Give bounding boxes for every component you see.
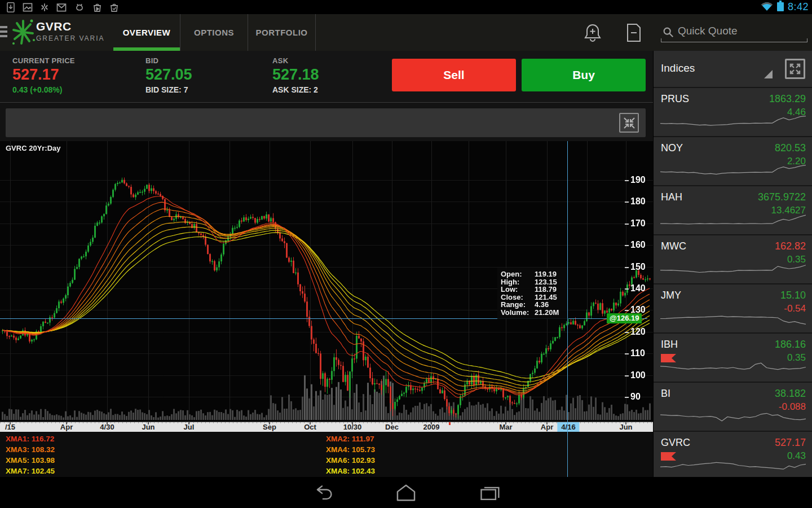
xma-value-label: XMA7: 102.45	[6, 466, 55, 476]
alert-add-icon[interactable]	[584, 23, 602, 45]
index-value: 186.16	[775, 339, 806, 351]
y-axis-tick: 190	[630, 175, 646, 185]
index-symbol: PRUS	[661, 93, 689, 105]
tab-bar: OVERVIEW OPTIONS PORTFOLIO	[113, 14, 316, 51]
index-symbol: GVRC	[661, 437, 690, 449]
x-axis-tick: Dec	[385, 423, 399, 432]
tab-overview[interactable]: OVERVIEW	[113, 14, 180, 51]
crosshair-price-tag: @126.19	[607, 313, 642, 323]
index-symbol: MWC	[661, 240, 686, 252]
brand-block: GVRC GREATER VARIA	[36, 20, 105, 42]
expand-arrows-icon[interactable]	[785, 59, 805, 79]
tab-portfolio[interactable]: PORTFOLIO	[248, 14, 316, 51]
tab-options[interactable]: OPTIONS	[180, 14, 248, 51]
shop-check-icon	[109, 2, 120, 13]
index-symbol: IBH	[661, 339, 678, 351]
current-price-label: CURRENT PRICE	[12, 56, 75, 65]
x-axis-tick: Oct	[304, 423, 316, 432]
index-value: 3675.9722	[758, 191, 806, 203]
bid-label: BID	[145, 56, 192, 65]
x-axis-tick: Apr	[60, 423, 73, 432]
index-row-hah[interactable]: HAH3675.972213.4627	[654, 186, 812, 235]
app-screen: 8:42 GVRC GREATER VARIA OVERVIEW OPTIONS…	[0, 0, 812, 508]
menu-icon[interactable]	[0, 26, 8, 40]
home-icon[interactable]	[394, 483, 418, 503]
x-axis-tick: 10/30	[343, 423, 362, 432]
x-axis-tick-selected: 4/16	[557, 422, 579, 432]
x-axis-tick: Apr	[541, 423, 553, 432]
xma-value-label: XMA6: 102.93	[326, 455, 375, 466]
index-row-jmy[interactable]: JMY15.10-0.54	[654, 284, 812, 334]
index-symbol: JMY	[661, 290, 681, 301]
index-row-mwc[interactable]: MWC162.820.35	[654, 235, 812, 284]
play-store-icon	[92, 2, 103, 13]
quick-quote-placeholder: Quick Quote	[678, 25, 738, 37]
status-bar: 8:42	[0, 0, 812, 14]
download-icon	[6, 2, 16, 13]
wifi-icon	[761, 1, 773, 14]
battery-icon	[777, 1, 784, 14]
y-axis-tick: 120	[630, 327, 646, 337]
ask-label: ASK	[272, 56, 319, 65]
notification-icons	[0, 2, 120, 13]
index-sparkline	[660, 261, 806, 280]
app-logo-starburst-icon	[11, 17, 35, 49]
sidebar-header: Indices	[654, 51, 812, 88]
recents-icon[interactable]	[477, 483, 502, 503]
buy-button[interactable]: Buy	[522, 59, 646, 91]
chart-symbol-label: GVRC 20Yr:Day	[6, 144, 61, 152]
quick-quote-input[interactable]: Quick Quote	[661, 21, 807, 45]
x-axis-tick: Jun	[142, 423, 155, 432]
x-axis-red-marker	[449, 422, 451, 425]
index-sparkline	[660, 163, 806, 182]
x-axis-tick: Mar	[499, 423, 512, 432]
collapse-arrows-icon[interactable]	[619, 113, 639, 133]
x-axis-tick: Sep	[263, 423, 276, 432]
index-sparkline	[660, 310, 806, 329]
app-header: GVRC GREATER VARIA OVERVIEW OPTIONS PORT…	[0, 14, 812, 51]
xma-value-label: XMA3: 108.32	[6, 444, 55, 455]
ask-value: 527.18	[272, 66, 319, 84]
y-axis-tick: 160	[630, 240, 646, 250]
chart-x-axis: /15Apr4/30JunJulSepOct10/30Dec2009MarApr…	[0, 422, 653, 432]
xma-value-label: XMA4: 105.73	[326, 444, 375, 455]
index-symbol: HAH	[661, 191, 682, 203]
x-axis-tick: 2009	[423, 423, 440, 432]
android-icon	[73, 2, 86, 13]
collapsed-panel[interactable]	[6, 108, 646, 137]
collapsed-panel-tray	[0, 103, 653, 141]
gmail-icon	[56, 2, 67, 13]
index-row-prus[interactable]: PRUS1863.294.46	[654, 88, 812, 137]
index-row-bi[interactable]: BI38.182-0.088	[654, 383, 812, 432]
xma-readout-area: XMA1: 116.72XMA3: 108.32XMA5: 103.98XMA7…	[0, 432, 653, 477]
price-change: 0.43 (+0.08%)	[12, 85, 75, 94]
note-remove-icon[interactable]	[626, 23, 642, 45]
crosshair-vertical-line	[567, 141, 568, 477]
gallery-icon	[22, 2, 33, 13]
index-sparkline	[660, 457, 806, 476]
bid-value: 527.05	[145, 66, 192, 84]
candlestick-chart[interactable]: GVRC 20Yr:Day 19018017016015014013012011…	[0, 141, 653, 422]
index-value: 1863.29	[769, 93, 806, 105]
system-nav-bar	[0, 477, 812, 508]
index-value: 527.17	[775, 437, 806, 449]
y-axis-tick: 150	[630, 262, 646, 272]
index-row-ibh[interactable]: IBH186.160.35	[654, 334, 812, 383]
index-sparkline	[660, 408, 806, 427]
y-axis-tick: 100	[630, 370, 646, 380]
index-row-gvrc[interactable]: GVRC527.170.43	[654, 432, 812, 477]
xma-value-label: XMA2: 111.97	[326, 433, 375, 444]
sidebar-title: Indices	[661, 62, 695, 75]
y-axis-tick: 180	[630, 196, 646, 207]
index-sparkline	[660, 212, 806, 231]
y-axis-tick: 110	[630, 348, 645, 358]
dropdown-triangle-icon[interactable]	[764, 70, 773, 78]
back-icon[interactable]	[310, 483, 335, 503]
sell-button[interactable]: Sell	[392, 59, 516, 91]
index-value: 38.182	[775, 388, 806, 400]
app-starburst-icon	[39, 2, 50, 13]
index-row-noy[interactable]: NOY820.532.20	[654, 137, 812, 186]
index-sparkline	[660, 359, 806, 378]
brand-symbol: GVRC	[36, 20, 105, 33]
index-value: 15.10	[780, 290, 806, 301]
